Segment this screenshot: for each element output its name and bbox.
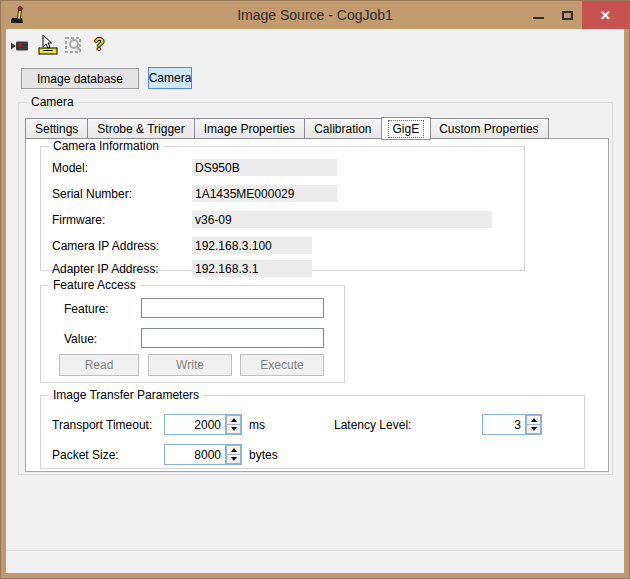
camera-ip-row: Camera IP Address: 192.168.3.100 xyxy=(41,239,524,255)
app-icon xyxy=(10,6,27,24)
serial-number-value: 1A1435ME000029 xyxy=(192,185,337,202)
adapter-ip-label: Adapter IP Address: xyxy=(52,262,159,276)
camera-ip-value: 192.168.3.100 xyxy=(192,237,312,254)
packet-size-value: 8000 xyxy=(165,445,225,464)
firmware-label: Firmware: xyxy=(52,213,105,227)
gige-tab-page: Camera Information Model: DS950B Serial … xyxy=(25,138,609,472)
tab-gige[interactable]: GigE xyxy=(381,117,432,140)
camera-ip-label: Camera IP Address: xyxy=(52,239,159,253)
tab-settings[interactable]: Settings xyxy=(25,118,88,139)
image-database-button-label: Image database xyxy=(37,72,123,86)
tab-custom-properties[interactable]: Custom Properties xyxy=(430,118,548,139)
packet-size-stepper[interactable]: 8000 xyxy=(164,444,242,465)
tab-image-properties-label: Image Properties xyxy=(204,122,295,136)
spin-down-button[interactable] xyxy=(226,425,241,434)
tab-calibration[interactable]: Calibration xyxy=(305,118,381,139)
camera-button-label: Camera xyxy=(149,71,192,85)
window-controls: ✕ xyxy=(524,1,629,29)
tab-strobe-trigger-label: Strobe & Trigger xyxy=(97,122,184,136)
minimize-icon xyxy=(533,17,544,19)
adapter-ip-value: 192.168.3.1 xyxy=(192,260,312,277)
serial-number-row: Serial Number: 1A1435ME000029 xyxy=(41,187,524,203)
maximize-icon xyxy=(562,11,573,20)
close-button[interactable]: ✕ xyxy=(582,1,629,29)
spin-up-button[interactable] xyxy=(226,415,241,425)
maximize-button[interactable] xyxy=(553,1,582,29)
camera-information-label: Camera Information xyxy=(49,139,163,153)
tab-image-properties[interactable]: Image Properties xyxy=(195,118,305,139)
arrow-up-icon xyxy=(231,418,237,422)
status-strip-separator xyxy=(6,550,624,551)
feature-access-groupbox: Feature Access Feature: Value: Read Writ… xyxy=(40,285,345,383)
execute-button-label: Execute xyxy=(260,358,303,372)
read-button-label: Read xyxy=(85,358,114,372)
tab-strobe-trigger[interactable]: Strobe & Trigger xyxy=(88,118,194,139)
transport-timeout-stepper[interactable]: 2000 xyxy=(164,414,242,435)
camera-information-groupbox: Camera Information Model: DS950B Serial … xyxy=(40,146,525,271)
latency-level-spin-buttons xyxy=(525,415,541,434)
read-button[interactable]: Read xyxy=(59,354,139,376)
spin-down-button[interactable] xyxy=(226,455,241,464)
image-database-button[interactable]: Image database xyxy=(21,68,139,89)
model-row: Model: DS950B xyxy=(41,161,524,177)
arrow-down-icon xyxy=(531,427,537,431)
arrow-down-icon xyxy=(231,427,237,431)
arrow-up-icon xyxy=(531,418,537,422)
image-transfer-label: Image Transfer Parameters xyxy=(49,388,203,402)
tab-gige-label: GigE xyxy=(388,120,425,138)
image-source-window: Image Source - CogJob1 ✕ xyxy=(0,0,630,579)
arrow-up-icon xyxy=(231,448,237,452)
packet-size-label: Packet Size: xyxy=(52,448,119,462)
latency-level-stepper[interactable]: 3 xyxy=(482,414,542,435)
spin-down-button[interactable] xyxy=(526,425,541,434)
feature-label: Feature: xyxy=(64,302,109,316)
packet-size-spin-buttons xyxy=(225,445,241,464)
value-input[interactable] xyxy=(141,328,324,348)
close-icon: ✕ xyxy=(600,8,611,23)
transport-timeout-spin-buttons xyxy=(225,415,241,434)
pointer-calibration-icon[interactable] xyxy=(37,34,59,56)
client-area: ? Image database Camera Camera Settings … xyxy=(6,29,624,573)
help-icon[interactable]: ? xyxy=(94,36,104,53)
firmware-value: v36-09 xyxy=(192,211,492,228)
packet-size-unit: bytes xyxy=(249,448,278,462)
image-transfer-groupbox: Image Transfer Parameters Transport Time… xyxy=(40,395,585,469)
camera-groupbox: Camera Settings Strobe & Trigger Image P… xyxy=(18,102,613,475)
serial-number-label: Serial Number: xyxy=(52,187,132,201)
feature-input[interactable] xyxy=(141,298,324,318)
minimize-button[interactable] xyxy=(524,1,553,29)
latency-level-value: 3 xyxy=(483,415,525,434)
write-button-label: Write xyxy=(176,358,204,372)
model-label: Model: xyxy=(52,161,88,175)
tab-settings-label: Settings xyxy=(35,122,78,136)
execute-button[interactable]: Execute xyxy=(240,354,324,376)
camera-tabstrip: Settings Strobe & Trigger Image Properti… xyxy=(25,116,549,139)
camera-groupbox-label: Camera xyxy=(27,95,78,109)
camera-button[interactable]: Camera xyxy=(148,67,192,89)
titlebar: Image Source - CogJob1 ✕ xyxy=(1,1,629,29)
latency-level-label: Latency Level: xyxy=(334,418,411,432)
transport-timeout-unit: ms xyxy=(249,418,265,432)
feature-access-label: Feature Access xyxy=(49,278,140,292)
spin-up-button[interactable] xyxy=(226,445,241,455)
write-button[interactable]: Write xyxy=(148,354,232,376)
tab-custom-properties-label: Custom Properties xyxy=(439,122,538,136)
model-value: DS950B xyxy=(192,159,337,176)
tab-calibration-label: Calibration xyxy=(314,122,371,136)
spin-up-button[interactable] xyxy=(526,415,541,425)
arrow-down-icon xyxy=(231,457,237,461)
transport-timeout-value: 2000 xyxy=(165,415,225,434)
live-video-icon[interactable] xyxy=(11,40,29,52)
adapter-ip-row: Adapter IP Address: 192.168.3.1 xyxy=(41,262,524,278)
transport-timeout-label: Transport Timeout: xyxy=(52,418,152,432)
firmware-row: Firmware: v36-09 xyxy=(41,213,524,229)
zoom-region-icon-disabled[interactable] xyxy=(64,35,84,55)
value-label: Value: xyxy=(64,332,97,346)
